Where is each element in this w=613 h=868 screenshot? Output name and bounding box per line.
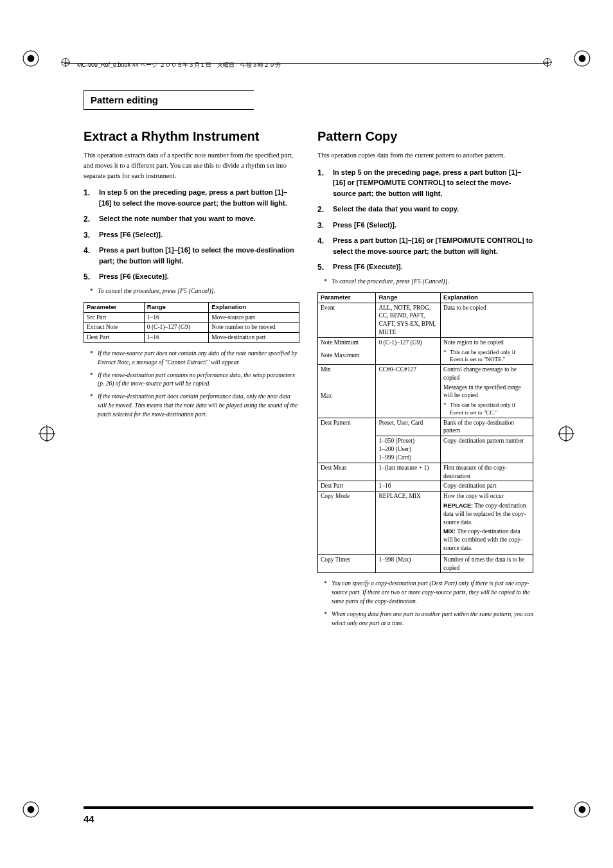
cell: Number of times the data is to be copied bbox=[440, 554, 533, 573]
cell: REPLACE, MIX bbox=[376, 492, 441, 555]
th-range: Range bbox=[144, 302, 209, 312]
crop-mark-icon bbox=[39, 425, 55, 442]
cell: Src Part bbox=[84, 312, 145, 323]
footnotes-extract: If the move-source part does not contain… bbox=[84, 350, 299, 419]
cell: Extract Note bbox=[84, 323, 145, 333]
table-row: Event ALL, NOTE, PROG, CC, BEND, PAFT, C… bbox=[318, 303, 533, 337]
cell: Max bbox=[318, 391, 376, 418]
th-explanation: Explanation bbox=[440, 292, 533, 303]
cell: 0 (C-1)–127 (G9) bbox=[376, 337, 441, 364]
cell: Preset, User, Card bbox=[376, 418, 441, 436]
cell: Event bbox=[318, 303, 376, 337]
strong: REPLACE: bbox=[443, 502, 473, 509]
cell-text: Note region to be copied bbox=[443, 339, 530, 347]
table-copy: Parameter Range Explanation Event ALL, N… bbox=[317, 292, 533, 574]
cell: Control change message to be copied Mess… bbox=[440, 365, 533, 418]
text: The copy-destination data will be combin… bbox=[443, 528, 522, 551]
table-row: Extract Note 0 (C-1)–127 (G9) Note numbe… bbox=[84, 323, 299, 333]
cell-note: This can be specified only if Event is s… bbox=[443, 349, 530, 364]
table-extract: Parameter Range Explanation Src Part 1–1… bbox=[84, 302, 299, 343]
th-range: Range bbox=[376, 292, 441, 303]
cell: Min bbox=[318, 365, 376, 391]
footnote: If the move-destination part does contai… bbox=[90, 393, 299, 419]
crop-mark-icon bbox=[543, 58, 552, 67]
crop-mark-icon bbox=[558, 425, 574, 442]
table-row: Note Minimum 0 (C-1)–127 (G9) Note regio… bbox=[318, 337, 533, 351]
cell-text: Control change message to be copied bbox=[443, 366, 530, 382]
table-row: Dest Pattern Preset, User, Card Bank of … bbox=[318, 418, 533, 436]
table-row: Min CC#0–CC#127 Control change message t… bbox=[318, 365, 533, 391]
step-item: Press [F6 (Select)]. bbox=[317, 220, 533, 231]
crop-mark-icon bbox=[574, 801, 591, 818]
crop-mark-icon bbox=[22, 801, 39, 818]
step-item: Select the note number that you want to … bbox=[84, 213, 299, 224]
left-column: Extract a Rhythm Instrument This operati… bbox=[84, 129, 299, 632]
cell-text: 1–650 (Preset) bbox=[378, 437, 438, 445]
cell: Note Maximum bbox=[318, 351, 376, 364]
cell-text: 1–200 (User) bbox=[378, 445, 438, 454]
intro-extract: This operation extracts data of a specif… bbox=[84, 150, 299, 181]
th-explanation: Explanation bbox=[209, 302, 299, 312]
table-row: Src Part 1–16 Move-source part bbox=[84, 312, 299, 323]
cell: 1–16 bbox=[376, 481, 441, 492]
right-column: Pattern Copy This operation copies data … bbox=[317, 129, 533, 632]
steps-extract: In step 5 on the preceding page, press a… bbox=[84, 187, 299, 282]
cell: Dest Pattern bbox=[318, 418, 376, 463]
cell: Copy-destination pattern number bbox=[440, 436, 533, 463]
th-parameter: Parameter bbox=[84, 302, 145, 312]
cell: 1–650 (Preset) 1–200 (User) 1–999 (Card) bbox=[376, 436, 441, 463]
cell-text: MIX: The copy-destination data will be c… bbox=[443, 527, 530, 552]
step-item: Press a part button [1]–[16] or [TEMPO/M… bbox=[317, 235, 533, 256]
steps-copy: In step 5 on the preceding page, press a… bbox=[317, 167, 533, 272]
footnote: If the move-source part does not contain… bbox=[90, 350, 299, 368]
step-item: Press [F6 (Select)]. bbox=[84, 229, 299, 240]
cell-text: 1–999 (Card) bbox=[378, 454, 438, 462]
page-content: Pattern editing Extract a Rhythm Instrum… bbox=[84, 90, 533, 632]
cell: Copy-destination part bbox=[440, 481, 533, 492]
svg-point-1 bbox=[28, 55, 35, 62]
section-header: Pattern editing bbox=[84, 90, 254, 110]
cell-note: This can be specified only if Event is s… bbox=[443, 402, 530, 416]
cell-text: REPLACE: The copy-destination data will … bbox=[443, 502, 530, 526]
cell: ALL, NOTE, PROG, CC, BEND, PAFT, CAFT, S… bbox=[376, 303, 441, 337]
cell: Copy Mode bbox=[318, 492, 376, 555]
th-parameter: Parameter bbox=[318, 292, 376, 303]
footnote: When copying data from one part to anoth… bbox=[324, 610, 533, 628]
step-item: Press a part button [1]–[16] to select t… bbox=[84, 245, 299, 266]
table-row: Copy Mode REPLACE, MIX How the copy will… bbox=[318, 492, 533, 555]
step-item: Select the data that you want to copy. bbox=[317, 204, 533, 215]
cell: CC#0–CC#127 bbox=[376, 365, 441, 418]
crop-mark-icon bbox=[61, 58, 70, 67]
cell: 1–16 bbox=[144, 312, 209, 323]
cell: Note Minimum bbox=[318, 337, 376, 351]
intro-copy: This operation copies data from the curr… bbox=[317, 150, 533, 161]
cell-text: How the copy will occur bbox=[443, 492, 530, 500]
cell: Note region to be copied This can be spe… bbox=[440, 337, 533, 364]
footnote: You can specify a copy-destination part … bbox=[324, 580, 533, 606]
running-head: MC-909_Ref_e.book 44 ページ ２００５年３月１日 火曜日 午… bbox=[77, 61, 281, 69]
cell: Dest Part bbox=[318, 481, 376, 492]
svg-point-7 bbox=[579, 806, 586, 813]
footnotes-copy: You can specify a copy-destination part … bbox=[317, 580, 533, 628]
table-row: Dest Part 1–16 Move-destination part bbox=[84, 333, 299, 343]
cell: Move-destination part bbox=[209, 333, 299, 343]
table-row: Dest Meas 1–(last measure + 1) First mea… bbox=[318, 463, 533, 481]
svg-point-3 bbox=[579, 55, 586, 62]
svg-point-5 bbox=[28, 806, 35, 813]
cell: Data to be copied bbox=[440, 303, 533, 337]
step-item: In step 5 on the preceding page, press a… bbox=[317, 167, 533, 199]
table-row: Copy Times 1–998 (Max) Number of times t… bbox=[318, 554, 533, 573]
crop-mark-icon bbox=[574, 50, 591, 67]
cell: Note number to be moved bbox=[209, 323, 299, 333]
cell: Move-source part bbox=[209, 312, 299, 323]
page-number: 44 bbox=[84, 813, 94, 824]
cell: 0 (C-1)–127 (G9) bbox=[144, 323, 209, 333]
crop-mark-icon bbox=[22, 50, 39, 67]
cell: 1–998 (Max) bbox=[376, 554, 441, 573]
cell: Dest Part bbox=[84, 333, 145, 343]
strong: MIX: bbox=[443, 528, 456, 535]
cell: Bank of the copy-destination pattern bbox=[440, 418, 533, 436]
cell: How the copy will occur REPLACE: The cop… bbox=[440, 492, 533, 555]
step-item: Press [F6 (Execute)]. bbox=[84, 271, 299, 282]
cancel-note: To cancel the procedure, press [F5 (Canc… bbox=[90, 287, 299, 294]
